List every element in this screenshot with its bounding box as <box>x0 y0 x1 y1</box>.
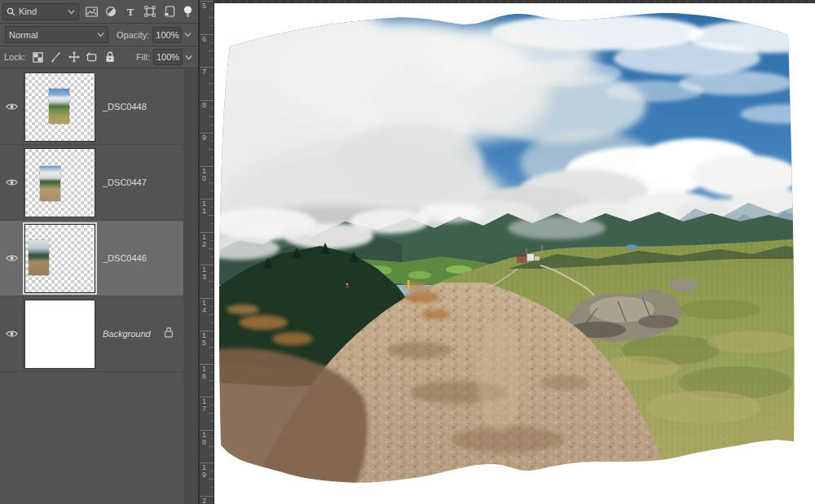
filter-shape-layers-button[interactable] <box>140 2 160 20</box>
lock-artboard-nesting-button[interactable] <box>83 49 100 65</box>
ruler-minor-tick <box>210 91 214 92</box>
lock-position-move-icon <box>68 51 80 63</box>
layer-name[interactable]: _DSC0446 <box>103 253 147 263</box>
chevron-down-icon <box>184 32 192 37</box>
lock-buttons <box>29 49 118 65</box>
adjustment-circle-icon <box>105 6 117 17</box>
layer-thumbnail[interactable] <box>25 225 95 292</box>
ruler-minor-tick <box>210 157 214 158</box>
photomerge-panorama-image <box>214 0 815 504</box>
ruler-minor-tick <box>210 59 214 59</box>
ruler-minor-tick <box>210 454 214 455</box>
ruler-minor-tick <box>210 223 214 224</box>
layer-visibility-toggle[interactable] <box>0 69 24 144</box>
eye-icon <box>6 103 18 111</box>
hiker <box>346 285 348 287</box>
pin-toggle-icon <box>183 6 193 18</box>
ruler-unit-label: 1 0 <box>202 168 206 182</box>
blend-mode-value: Normal <box>9 30 37 40</box>
filter-type-layers-button[interactable]: T <box>121 2 140 20</box>
opacity-value-field[interactable]: 100% <box>152 27 182 43</box>
ruler-unit-label: 1 7 <box>202 398 206 413</box>
thumbnail-photo <box>49 89 69 124</box>
ruler-minor-tick <box>210 75 214 76</box>
ruler-minor-tick <box>209 116 214 117</box>
ruler-unit-label: 1 6 <box>202 366 206 380</box>
ruler-minor-tick <box>210 421 214 422</box>
ruler-minor-tick <box>210 322 214 323</box>
thumbnail-photo <box>29 240 49 275</box>
filter-pixel-layers-button[interactable] <box>82 2 101 20</box>
ruler-minor-tick <box>209 83 214 84</box>
photoshop-workspace: Kind <box>0 0 815 504</box>
fill-label: Fill: <box>136 52 150 62</box>
lock-label: Lock: <box>4 52 25 62</box>
opacity-label: Opacity: <box>117 30 149 40</box>
ruler-unit-label: 7 <box>202 68 206 76</box>
ruler-minor-tick <box>209 215 214 216</box>
ruler-minor-tick <box>210 372 214 373</box>
layer-filtering-toggle[interactable] <box>180 2 195 20</box>
fill-value: 100% <box>156 52 179 62</box>
layer-thumbnail[interactable] <box>25 149 95 217</box>
ruler-minor-tick <box>210 141 214 142</box>
opacity-dropdown-button[interactable] <box>182 27 194 43</box>
lock-options-bar: Lock: <box>0 46 198 68</box>
lock-transparency-button[interactable] <box>29 49 46 65</box>
layer-thumbnail[interactable] <box>25 300 95 368</box>
layer-visibility-toggle[interactable] <box>0 296 24 371</box>
ruler-minor-tick <box>209 149 214 150</box>
lock-all-padlock-icon <box>105 51 115 63</box>
layers-scrollbar-track[interactable] <box>183 69 198 504</box>
ruler-minor-tick <box>210 273 214 274</box>
filter-smart-objects-button[interactable] <box>160 2 179 20</box>
ruler-unit-label: 6 <box>202 36 206 43</box>
kind-select-label: Kind <box>19 7 64 16</box>
layer-name[interactable]: _DSC0448 <box>103 102 147 112</box>
eye-icon <box>6 254 18 262</box>
filter-adjustment-layers-button[interactable] <box>101 2 121 20</box>
yellow-signpost <box>408 280 409 289</box>
layer-thumbnail[interactable] <box>25 73 95 141</box>
ruler-minor-tick <box>210 174 214 175</box>
lock-pixels-brush-icon <box>51 52 61 63</box>
ruler-unit-label: 1 4 <box>202 300 206 314</box>
ruler-minor-tick <box>210 388 214 389</box>
ruler-minor-tick <box>210 191 214 191</box>
search-icon <box>7 7 15 16</box>
layer-name[interactable]: _DSC0447 <box>103 177 147 187</box>
ruler-minor-tick <box>210 240 214 241</box>
ruler-minor-tick <box>210 207 214 208</box>
ruler-minor-tick <box>210 339 214 340</box>
ruler-unit-label: 1 9 <box>202 464 206 479</box>
shape-icon <box>144 6 156 17</box>
document-canvas[interactable] <box>214 0 815 504</box>
fill-dropdown-button[interactable] <box>183 49 195 65</box>
vertical-ruler[interactable]: 567891 01 11 21 31 41 51 61 71 81 92 0 <box>200 0 214 504</box>
svg-text:T: T <box>127 6 134 17</box>
ruler-minor-tick <box>209 446 214 447</box>
filter-kind-select[interactable]: Kind <box>2 3 79 20</box>
layer-row-dsc0447[interactable]: _DSC0447 <box>0 145 183 221</box>
layer-filter-bar: Kind <box>0 0 198 24</box>
layer-row-dsc0446[interactable]: _DSC0446 <box>0 221 183 296</box>
ruler-unit-label: 1 2 <box>202 234 206 248</box>
layer-visibility-toggle[interactable] <box>0 145 24 220</box>
layer-row-dsc0448[interactable]: _DSC0448 <box>0 69 183 145</box>
layer-row-background[interactable]: Background <box>0 296 183 372</box>
layer-list: _DSC0448_DSC0447_DSC0446Background <box>0 69 183 372</box>
ruler-minor-tick <box>209 281 214 282</box>
lock-all-button[interactable] <box>101 49 118 65</box>
ruler-minor-tick <box>210 355 214 356</box>
ruler-unit-label: 9 <box>202 134 206 142</box>
thumbnail-photo <box>40 166 60 201</box>
blend-mode-select[interactable]: Normal <box>5 26 108 43</box>
lock-position-button[interactable] <box>65 49 82 65</box>
ruler-minor-tick <box>209 17 214 18</box>
blend-options-bar: Normal Opacity: 100% <box>0 24 198 46</box>
layer-visibility-toggle[interactable] <box>0 221 24 296</box>
lock-image-pixels-button[interactable] <box>47 49 64 65</box>
layer-name[interactable]: Background <box>103 329 151 339</box>
chevron-down-icon <box>68 9 75 15</box>
fill-value-field[interactable]: 100% <box>153 49 183 65</box>
